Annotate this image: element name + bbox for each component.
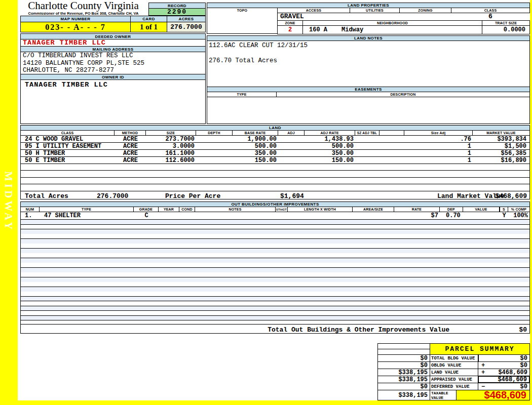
ps-left-3: $338,195 [377,376,430,383]
land-row-base-rate: 350.00 [233,150,279,156]
ps-label-0: TOTAL BLDG VALUE [430,354,478,362]
neighborhood-value: 160 A Midway [302,25,482,34]
zone-value: 2 [277,25,303,34]
land-row-3: 50 H TIMBER ACRE 161.1000 350.00 350.00 … [20,149,530,157]
land-row-size-adj: 1 [404,143,473,149]
land-row-size: 112.6000 [146,157,197,164]
ob-total-value: $0 [519,326,527,334]
ps-taxable-label-line1: TAXABLE [431,391,456,395]
property-record-card: MIDWAY Charlotte County Virginia Commiss… [0,0,532,405]
ps-value-0: $0 [486,355,529,361]
land-note-line-1: 112.6AC CLEAR CUT 12/31/15 [209,42,529,49]
price-per-acre-label: Price Per Acre [165,192,220,200]
land-row-method: ACRE [115,143,146,149]
ps-op-1: + [479,362,486,369]
ps-taxable-label: TAXABLE VALUE [430,390,457,400]
zoning-label: ZONING [399,8,451,13]
ps-taxable-value: $468,609 [456,390,530,400]
ob-pct-comp: 100% [508,212,529,219]
land-row-market-value: $16,890 [473,157,528,164]
mailing-address: C/O TIMBERLAND INVEST RES LLC 14120 BALL… [20,52,206,74]
land-note-line-2: 276.70 Total Acres [209,57,529,64]
land-total-row: Total Acres 276.7000 Price Per Acre $1,6… [20,191,530,199]
land-row-base-rate: 1,900.00 [233,136,279,142]
address-line-1: C/O TIMBERLAND INVEST RES LLC [23,52,205,60]
land-market-value: $468,609 [496,192,527,200]
county-header: Charlotte County Virginia Commissioner o… [19,1,147,16]
ps-value-1: $0 [486,362,529,369]
ob-row-1: 1. 47 SHELTER C $7 0.70 Y 100% [20,212,530,220]
land-row-market-value: $393,834 [473,136,528,142]
land-row-adj-rate: 500.00 [305,143,356,149]
land-notes: 112.6AC CLEAR CUT 12/31/15 276.70 Total … [207,40,530,87]
land-row-size: 161.1000 [146,150,197,156]
land-empty-rows [20,164,530,191]
ps-cell-1: + $0 [478,361,530,369]
deeded-owner-value: TANAGER TIMBER LLC [20,39,206,47]
ob-num: 1. [23,212,41,219]
owner-id-value: TANAGER TIMBER LLC [20,79,206,124]
ps-left-4: $0 [377,383,430,390]
ps-taxable-left: $338,195 [377,390,430,400]
land-row-method: ACRE [115,157,146,164]
address-line-2: 14120 BALLANTYNE CORP PL,STE 525 [23,60,205,67]
ps-left-1: $0 [377,361,430,369]
card-value: 1 of 1 [130,22,167,32]
land-row-size-adj: 1 [404,150,473,156]
land-row-size-adj: .76 [404,136,473,142]
ps-taxable-label-line2: VALUE [431,395,456,400]
land-row-size: 3.0000 [146,143,197,149]
land-row-class: 24 C WOOD GRAVEL [23,136,124,142]
ob-rate: $7 [394,212,440,219]
ps-left-0: $0 [377,354,430,362]
land-row-market-value: $56,385 [473,150,528,156]
parcel-summary-title: PARCEL SUMMARY [430,343,530,355]
acres-value: 276.7000 [167,22,206,32]
land-row-adj-rate: 150.00 [305,157,356,164]
land-row-adj-rate: 1,438.93 [305,136,356,142]
ob-grade: C [134,212,159,219]
ps-op-2: + [479,369,486,376]
ps-label-4: DEFERRED VALUE [430,383,478,390]
topo-value [207,13,278,34]
neighborhood-code: 160 A [307,26,327,34]
land-row-class: 95 I UTILITY EASEMENT [23,143,124,149]
ps-label-3: APPRAISED VALUE [430,376,478,383]
ps-value-2: $468,609 [486,369,529,376]
ps-label-1: OBLDG VALUE [430,361,478,369]
land-row-adj-rate: 350.00 [305,150,356,156]
land-row-size: 273.7000 [146,136,197,142]
land-row-class: 50 H TIMBER [23,150,124,156]
price-per-acre-value: $1,694 [280,192,304,200]
land-market-value-label: Land Market Value [437,192,505,200]
ps-value-3: $468,609 [485,377,529,382]
land-row-1: 24 C WOOD GRAVEL ACRE 273.7000 1,900.00 … [20,135,530,143]
address-line-3: CHARLOTTE, NC 28277-8277 [23,67,205,74]
ob-s-flag: Y [500,212,509,219]
ps-cell-0: $0 [478,354,530,362]
map-number-value: 023- - A- - - 7 [20,22,131,32]
neighborhood-margin-label: MIDWAY [2,171,15,247]
ps-left-2: $338,195 [377,369,430,376]
ob-dep: 0.70 [444,212,468,219]
utilities-label: UTILITIES [350,8,400,13]
land-row-market-value: $1,500 [473,143,528,149]
land-row-size-adj: 1 [404,157,473,164]
county-title: Charlotte County Virginia [19,1,147,11]
ps-label-2: LAND VALUE [430,369,478,376]
ob-type: 47 SHELTER [42,212,133,219]
ob-total-row: Total Out Buildings & Other Improvements… [20,324,530,334]
land-row-method: ACRE [115,136,146,142]
record-value: 2290 [148,8,206,16]
land-row-base-rate: 150.00 [233,157,279,164]
land-row-2: 95 I UTILITY EASEMENT ACRE 3.0000 500.00… [20,142,530,150]
ps-cell-2: + $468,609 [478,369,530,376]
total-acres-value: 276.7000 [97,192,128,200]
ob-empty-rows [20,219,530,325]
ob-total-label: Total Out Buildings & Other Improvements… [268,326,449,334]
easements-body [207,97,530,124]
total-acres-label: Total Acres [25,192,68,200]
land-row-method: ACRE [115,150,146,156]
land-row-base-rate: 500.00 [233,143,279,149]
land-row-class: 50 E TIMBER [23,157,124,164]
